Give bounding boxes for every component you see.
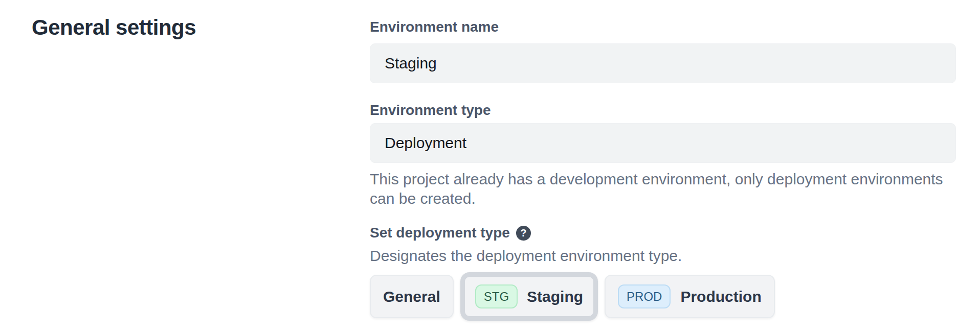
- production-badge: PROD: [618, 284, 671, 308]
- deployment-type-production-button[interactable]: PROD Production: [605, 275, 775, 318]
- environment-name-label: Environment name: [370, 18, 956, 36]
- production-button-label: Production: [680, 288, 761, 305]
- deployment-type-options: General STG Staging PROD Production: [370, 272, 956, 321]
- environment-name-field: Environment name: [370, 18, 956, 83]
- deployment-type-general-button[interactable]: General: [370, 275, 454, 318]
- settings-heading-column: General settings: [32, 15, 370, 321]
- settings-form: Environment name Environment type This p…: [370, 15, 956, 321]
- deployment-type-label: Set deployment type: [370, 224, 510, 242]
- environment-type-label: Environment type: [370, 102, 956, 119]
- deployment-type-label-row: Set deployment type ?: [370, 224, 956, 242]
- deployment-type-staging-button[interactable]: STG Staging: [460, 272, 598, 321]
- environment-settings-page: General settings Environment name Enviro…: [0, 0, 980, 321]
- general-button-label: General: [383, 288, 440, 305]
- staging-button-label: Staging: [527, 288, 583, 305]
- staging-badge: STG: [475, 284, 518, 308]
- question-mark-icon[interactable]: ?: [516, 226, 531, 241]
- environment-type-input[interactable]: [370, 123, 956, 163]
- environment-type-field: Environment type This project already ha…: [370, 102, 956, 208]
- environment-name-input[interactable]: [370, 43, 956, 83]
- deployment-type-description: Designates the deployment environment ty…: [370, 246, 956, 266]
- page-title: General settings: [32, 15, 370, 40]
- environment-type-helper-text: This project already has a development e…: [370, 170, 956, 208]
- deployment-type-field: Set deployment type ? Designates the dep…: [370, 224, 956, 321]
